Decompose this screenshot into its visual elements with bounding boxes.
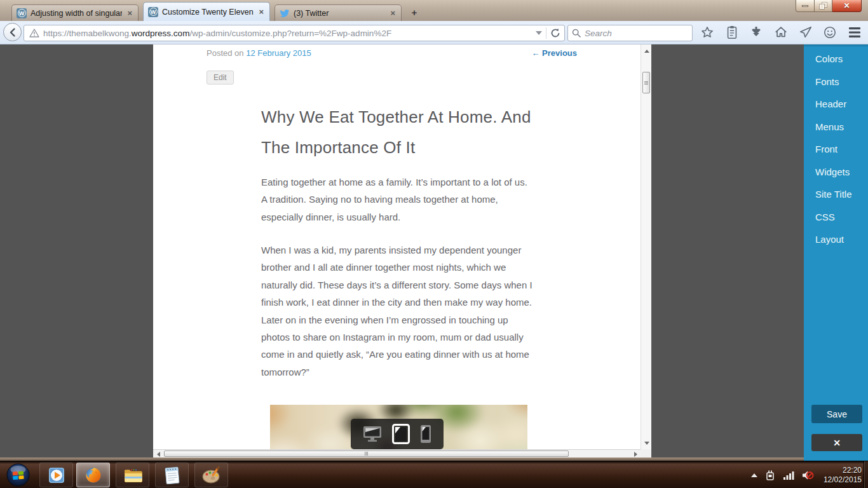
menu-hamburger-icon[interactable] <box>846 24 863 41</box>
new-tab-button[interactable]: + <box>406 6 423 18</box>
show-desktop-button[interactable] <box>864 461 868 488</box>
post-meta: Posted on 12 February 2015 <box>207 48 311 58</box>
post-paragraph: Eating together at home as a family. It’… <box>261 173 538 226</box>
tab-twitter[interactable]: (3) Twitter × <box>275 4 402 21</box>
sidebar-item-layout[interactable]: Layout <box>804 228 868 251</box>
close-window-button[interactable]: ✕ <box>832 0 862 12</box>
customizer-sidebar: Colors Fonts Header Menus Front Widgets … <box>804 44 868 461</box>
tab-customize-twenty-eleven[interactable]: W Customize Twenty Eleven … × <box>143 2 270 21</box>
wordpress-favicon-icon: W <box>17 8 27 18</box>
vertical-scrollbar-thumb[interactable] <box>642 72 650 93</box>
taskbar-explorer-button[interactable] <box>116 463 149 487</box>
responsive-preview-switcher <box>351 419 444 449</box>
wordpress-favicon-icon: W <box>148 7 158 17</box>
taskbar: 22:20 12/02/2015 <box>0 461 868 488</box>
posted-on-label: Posted on <box>207 48 244 58</box>
desktop-screen: W Adjusting width of singular… × W Custo… <box>0 0 868 488</box>
url-actions <box>536 27 560 39</box>
share-plane-icon[interactable] <box>797 24 814 41</box>
site-preview-content: Posted on 12 February 2015 ← Previous Ed… <box>153 44 641 449</box>
customizer-menu: Colors Fonts Header Menus Front Widgets … <box>804 46 868 251</box>
taskbar-firefox-button[interactable] <box>76 463 110 487</box>
start-button[interactable] <box>6 463 30 487</box>
home-icon[interactable] <box>773 24 789 41</box>
horizontal-scrollbar[interactable] <box>153 449 641 458</box>
tab-strip: W Adjusting width of singular… × W Custo… <box>11 0 423 21</box>
clock-date: 12/02/2015 <box>824 475 862 485</box>
phone-preview-icon[interactable] <box>420 424 431 444</box>
tab-close-icon[interactable]: × <box>126 9 133 17</box>
edit-post-button[interactable]: Edit <box>207 71 234 85</box>
customizer-preview-backdrop: Posted on 12 February 2015 ← Previous Ed… <box>0 44 868 461</box>
sidebar-item-widgets[interactable]: Widgets <box>804 161 868 184</box>
sidebar-item-css[interactable]: CSS <box>804 206 868 229</box>
horizontal-scrollbar-thumb[interactable] <box>164 451 569 457</box>
url-bar[interactable]: https://themabelkwong.wordpress.com/wp-a… <box>24 25 565 41</box>
reload-icon[interactable] <box>550 28 560 38</box>
browser-navbar: https://themabelkwong.wordpress.com/wp-a… <box>0 21 868 44</box>
taskbar-notepad-button[interactable] <box>155 463 189 487</box>
page-info-warning-icon[interactable] <box>29 29 39 37</box>
clock-time: 22:20 <box>824 466 862 475</box>
post-title: Why We Eat Together At Home. And The Imp… <box>261 102 547 163</box>
taskbar-paint-button[interactable] <box>194 463 228 487</box>
sidebar-item-site-title[interactable]: Site Title <box>804 183 868 206</box>
tab-title: Adjusting width of singular… <box>31 9 122 18</box>
tab-close-icon[interactable]: × <box>257 8 265 16</box>
sidebar-item-header[interactable]: Header <box>804 93 868 116</box>
save-button[interactable]: Save <box>811 405 862 423</box>
minimize-button[interactable] <box>796 0 815 12</box>
search-input[interactable] <box>585 29 674 38</box>
tray-volume-muted-icon[interactable] <box>801 470 814 481</box>
downloads-icon[interactable] <box>748 24 764 41</box>
tab-close-icon[interactable]: × <box>389 9 397 17</box>
tray-power-icon[interactable] <box>764 470 776 481</box>
url-separator <box>546 27 546 39</box>
taskbar-media-player-button[interactable] <box>39 463 73 487</box>
sidebar-item-front[interactable]: Front <box>804 138 868 161</box>
toolbar-icons <box>699 23 863 42</box>
sidebar-item-colors[interactable]: Colors <box>804 48 868 71</box>
post-date-link[interactable]: 12 February 2015 <box>246 48 311 58</box>
urlbar-dropdown-icon[interactable] <box>536 31 542 35</box>
browser-titlebar: W Adjusting width of singular… × W Custo… <box>0 0 868 21</box>
tab-adjusting-width[interactable]: W Adjusting width of singular… × <box>11 4 139 21</box>
search-box[interactable] <box>567 25 693 41</box>
taskbar-clock[interactable]: 22:20 12/02/2015 <box>824 466 862 485</box>
previous-post-link[interactable]: ← Previous <box>531 48 577 58</box>
tablet-preview-icon[interactable] <box>392 424 410 444</box>
sidebar-item-menus[interactable]: Menus <box>804 116 868 139</box>
close-customizer-button[interactable]: ✕ <box>811 434 862 451</box>
tab-title: (3) Twitter <box>294 9 385 18</box>
window-controls: ✕ <box>796 0 862 12</box>
search-icon <box>572 29 581 37</box>
bookmark-star-icon[interactable] <box>699 24 715 41</box>
desktop-preview-icon[interactable] <box>363 426 382 442</box>
scroll-down-arrow[interactable] <box>641 439 652 447</box>
twitter-favicon-icon <box>280 8 290 18</box>
tray-expand-icon[interactable] <box>751 473 757 477</box>
hello-smiley-icon[interactable] <box>822 24 838 41</box>
tray-network-icon[interactable] <box>783 470 794 480</box>
scrollbar-corner <box>641 449 651 458</box>
restore-button[interactable] <box>815 0 832 12</box>
bookmarks-clipboard-icon[interactable] <box>724 24 740 41</box>
url-text: https://themabelkwong.wordpress.com/wp-a… <box>43 29 536 38</box>
sidebar-item-fonts[interactable]: Fonts <box>804 71 868 93</box>
post-paragraph: When I was a kid, my parents insisted my… <box>261 241 538 381</box>
scroll-up-arrow[interactable] <box>641 47 652 55</box>
system-tray: 22:20 12/02/2015 <box>751 461 862 488</box>
tab-title: Customize Twenty Eleven … <box>162 8 254 17</box>
vertical-scrollbar[interactable] <box>641 44 651 449</box>
back-button[interactable] <box>3 23 22 41</box>
